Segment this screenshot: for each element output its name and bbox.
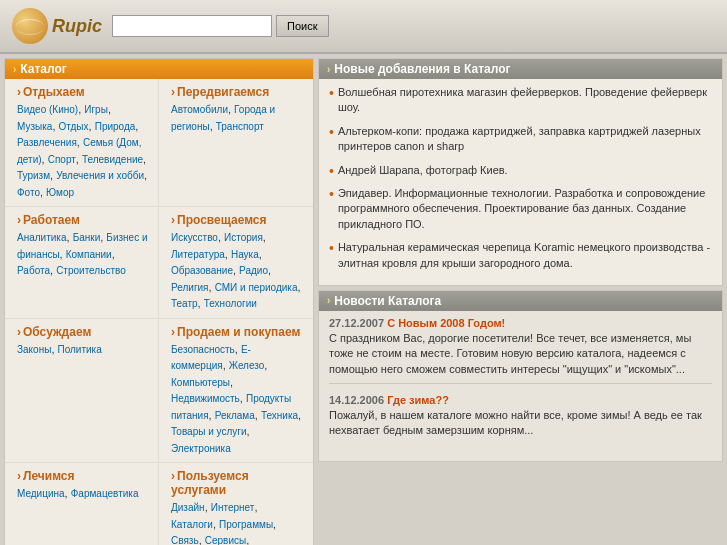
cat-link-5-2[interactable]: Железо bbox=[229, 360, 265, 371]
catalog-title: Каталог bbox=[20, 62, 67, 76]
cat-link-3-3[interactable]: Наука bbox=[231, 249, 259, 260]
new-add-item-2: •Андрей Шарапа, фотограф Киев. bbox=[329, 163, 712, 178]
cat-links-6: Медицина, Фармацевтика bbox=[17, 485, 150, 502]
new-add-item-1: •Альтерком-копи: продажа картриджей, зап… bbox=[329, 124, 712, 155]
cat-links-2: Аналитика, Банки, Бизнес и финансы, Комп… bbox=[17, 229, 150, 279]
cat-link-0-1[interactable]: Игры bbox=[84, 104, 108, 115]
cat-links-0: Видео (Кино), Игры, Музыка, Отдых, Приро… bbox=[17, 101, 150, 200]
cat-link-5-8[interactable]: Товары и услуги bbox=[171, 426, 247, 437]
search-button[interactable]: Поиск bbox=[276, 15, 328, 37]
new-add-text-3: Эпидавер. Информационные технологии. Раз… bbox=[338, 186, 712, 232]
cat-title-2[interactable]: Работаем bbox=[17, 213, 150, 227]
cat-link-0-8[interactable]: Телевидение bbox=[82, 154, 143, 165]
cat-cell-4: ОбсуждаемЗаконы, Политика bbox=[5, 319, 159, 464]
right-section: › Новые добавления в Каталог •Волшебная … bbox=[318, 58, 723, 545]
cat-link-3-1[interactable]: История bbox=[224, 232, 263, 243]
cat-title-7[interactable]: Пользуемся услугами bbox=[171, 469, 305, 497]
cat-link-2-0[interactable]: Аналитика bbox=[17, 232, 67, 243]
cat-cell-5: Продаем и покупаемБезопасность, Е-коммер… bbox=[159, 319, 313, 464]
bullet-icon-3: • bbox=[329, 187, 334, 201]
cat-cell-3: ПросвещаемсяИскусство, История, Литерату… bbox=[159, 207, 313, 319]
news-date-0: 27.12.2007 bbox=[329, 317, 387, 329]
cat-link-6-1[interactable]: Фармацевтика bbox=[71, 488, 139, 499]
cat-link-3-9[interactable]: Технологии bbox=[204, 298, 257, 309]
cat-link-7-4[interactable]: Связь bbox=[171, 535, 199, 545]
cat-link-7-0[interactable]: Дизайн bbox=[171, 502, 205, 513]
cat-link-0-10[interactable]: Увлечения и хобби bbox=[56, 170, 144, 181]
cat-link-0-4[interactable]: Природа bbox=[95, 121, 136, 132]
cat-title-0[interactable]: Отдыхаем bbox=[17, 85, 150, 99]
news-arrow-icon: › bbox=[327, 295, 330, 306]
new-additions-arrow-icon: › bbox=[327, 64, 330, 75]
new-additions-section: › Новые добавления в Каталог •Волшебная … bbox=[318, 58, 723, 286]
cat-link-1-0[interactable]: Автомобили bbox=[171, 104, 228, 115]
catalog-section: › Каталог ОтдыхаемВидео (Кино), Игры, Му… bbox=[4, 58, 314, 545]
news-title-0[interactable]: С Новым 2008 Годом! bbox=[387, 317, 505, 329]
cat-link-5-9[interactable]: Электроника bbox=[171, 443, 231, 454]
cat-link-5-4[interactable]: Недвижимость bbox=[171, 393, 240, 404]
news-date-1: 14.12.2006 bbox=[329, 394, 387, 406]
news-item-0: 27.12.2007 С Новым 2008 Годом!С праздник… bbox=[329, 317, 712, 384]
cat-title-6[interactable]: Лечимся bbox=[17, 469, 150, 483]
cat-cell-7: Пользуемся услугамиДизайн, Интернет, Кат… bbox=[159, 463, 313, 545]
cat-link-0-2[interactable]: Музыка bbox=[17, 121, 52, 132]
cat-link-7-1[interactable]: Интернет bbox=[211, 502, 255, 513]
cat-link-7-2[interactable]: Каталоги bbox=[171, 519, 213, 530]
cat-link-5-0[interactable]: Безопасность bbox=[171, 344, 235, 355]
cat-title-1[interactable]: Передвигаемся bbox=[171, 85, 305, 99]
search-input[interactable] bbox=[112, 15, 272, 37]
cat-link-3-4[interactable]: Образование bbox=[171, 265, 233, 276]
new-add-item-3: •Эпидавер. Информационные технологии. Ра… bbox=[329, 186, 712, 232]
cat-link-5-7[interactable]: Техника bbox=[261, 410, 298, 421]
cat-link-7-5[interactable]: Сервисы bbox=[205, 535, 246, 545]
new-add-text-0: Волшебная пиротехника магазин фейерверко… bbox=[338, 85, 712, 116]
cat-link-0-12[interactable]: Юмор bbox=[46, 187, 74, 198]
new-add-text-1: Альтерком-копи: продажа картриджей, запр… bbox=[338, 124, 712, 155]
cat-link-2-5[interactable]: Строительство bbox=[56, 265, 126, 276]
news-item-1: 14.12.2006 Где зима??Пожалуй, в нашем ка… bbox=[329, 394, 712, 445]
cat-link-2-4[interactable]: Работа bbox=[17, 265, 50, 276]
cat-link-5-3[interactable]: Компьютеры bbox=[171, 377, 230, 388]
cat-title-3[interactable]: Просвещаемся bbox=[171, 213, 305, 227]
main: › Каталог ОтдыхаемВидео (Кино), Игры, Му… bbox=[0, 54, 727, 545]
cat-title-5[interactable]: Продаем и покупаем bbox=[171, 325, 305, 339]
cat-link-2-1[interactable]: Банки bbox=[73, 232, 101, 243]
cat-links-5: Безопасность, Е-коммерция, Железо, Компь… bbox=[171, 341, 305, 457]
cat-cell-0: ОтдыхаемВидео (Кино), Игры, Музыка, Отды… bbox=[5, 79, 159, 207]
bullet-icon-0: • bbox=[329, 86, 334, 100]
news-title: Новости Каталога bbox=[334, 294, 441, 308]
bullet-icon-2: • bbox=[329, 164, 334, 178]
cat-link-1-2[interactable]: Транспорт bbox=[216, 121, 264, 132]
news-title-1[interactable]: Где зима?? bbox=[387, 394, 449, 406]
cat-link-6-0[interactable]: Медицина bbox=[17, 488, 65, 499]
cat-link-3-8[interactable]: Театр bbox=[171, 298, 198, 309]
cat-title-4[interactable]: Обсуждаем bbox=[17, 325, 150, 339]
cat-link-2-3[interactable]: Компании bbox=[66, 249, 112, 260]
cat-link-0-11[interactable]: Фото bbox=[17, 187, 40, 198]
bullet-icon-1: • bbox=[329, 125, 334, 139]
cat-links-7: Дизайн, Интернет, Каталоги, Программы, С… bbox=[171, 499, 305, 545]
new-add-item-4: •Натуральная керамическая черепица Koram… bbox=[329, 240, 712, 271]
cat-link-5-6[interactable]: Реклама bbox=[215, 410, 255, 421]
cat-links-1: Автомобили, Города и регионы, Транспорт bbox=[171, 101, 305, 134]
cat-link-3-7[interactable]: СМИ и периодика bbox=[215, 282, 298, 293]
catalog-header: › Каталог bbox=[5, 59, 313, 79]
cat-cell-6: ЛечимсяМедицина, Фармацевтика bbox=[5, 463, 159, 545]
cat-link-0-9[interactable]: Туризм bbox=[17, 170, 50, 181]
new-add-text-2: Андрей Шарапа, фотограф Киев. bbox=[338, 163, 508, 178]
cat-link-7-3[interactable]: Программы bbox=[219, 519, 273, 530]
new-additions-header: › Новые добавления в Каталог bbox=[319, 59, 722, 79]
cat-link-4-0[interactable]: Законы bbox=[17, 344, 51, 355]
cat-link-4-1[interactable]: Политика bbox=[58, 344, 102, 355]
cat-link-3-0[interactable]: Искусство bbox=[171, 232, 218, 243]
bullet-icon-4: • bbox=[329, 241, 334, 255]
cat-link-0-7[interactable]: Спорт bbox=[48, 154, 76, 165]
cat-link-0-0[interactable]: Видео (Кино) bbox=[17, 104, 78, 115]
cat-link-0-3[interactable]: Отдых bbox=[59, 121, 89, 132]
news-section: › Новости Каталога 27.12.2007 С Новым 20… bbox=[318, 290, 723, 462]
cat-link-3-2[interactable]: Литература bbox=[171, 249, 225, 260]
cat-link-3-6[interactable]: Религия bbox=[171, 282, 209, 293]
cat-link-0-5[interactable]: Развлечения bbox=[17, 137, 77, 148]
header: Rupic Поиск bbox=[0, 0, 727, 54]
cat-link-3-5[interactable]: Радио bbox=[239, 265, 268, 276]
